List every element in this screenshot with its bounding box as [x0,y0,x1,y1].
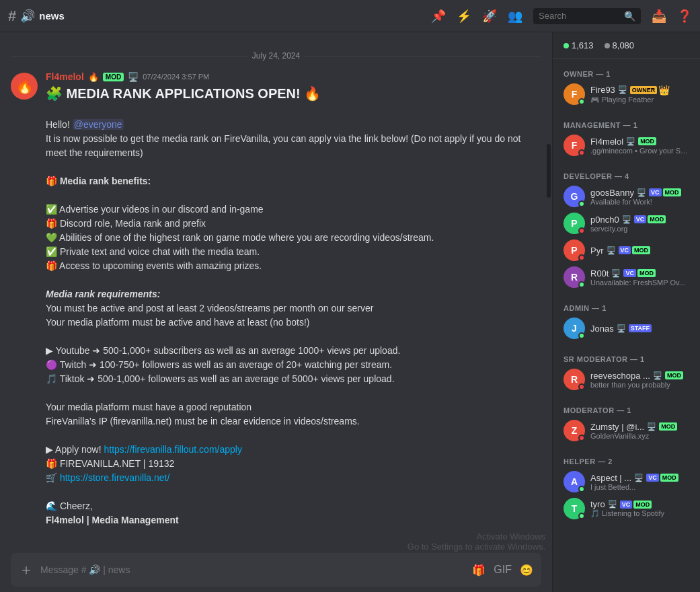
screen-icon: 🖥️ [634,474,644,482]
badges-row: VCMOD [646,474,678,482]
section-header: HELPER — 2 [558,452,695,468]
member-info: Fl4melol🖥️MOD.gg/minecom • Grow your Ser… [590,137,689,155]
message-input-bar: ＋ 🎁 GIF 😊 [11,553,541,587]
mod-badge: MOD [638,137,656,145]
search-input[interactable] [539,11,620,21]
apply-link[interactable]: https://firevanilla.fillout.com/apply [104,444,242,455]
member-info: Jonas🖥️STAFF [590,324,689,334]
member-item[interactable]: FFl4melol🖥️MOD.gg/minecom • Grow your Se… [558,132,695,159]
help-icon[interactable]: ❓ [677,9,692,24]
gift-icon[interactable]: 🎁 [472,564,485,577]
store-link[interactable]: https://store.firevanilla.net/ [60,472,169,483]
input-actions: 🎁 GIF 😊 [472,564,533,577]
mod-badge: MOD [665,371,683,379]
member-item[interactable]: JJonas🖥️STAFF [558,315,695,342]
emoji-icon[interactable]: 😊 [520,564,533,577]
badges-row: VCMOD [623,269,656,277]
inbox-icon[interactable]: 📥 [652,9,666,24]
member-info: Pyr🖥️VCMOD [590,246,689,256]
main-layout: July 24, 2024 🔥 Fl4melol 🔥 MOD 🖥️ 07/24/… [0,32,700,592]
member-name: Jonas🖥️STAFF [590,324,689,334]
member-sub-status: .gg/minecom • Grow your Ser... [590,147,689,155]
crown-icon: 👑 [658,85,670,96]
member-avatar: Z [563,420,585,441]
mod-badge: MOD [663,188,681,196]
author-avatar[interactable]: 🔥 [11,73,38,100]
status-dot [578,200,585,207]
screen-icon: 🖥️ [647,422,656,431]
pin-icon[interactable]: 📌 [431,9,446,24]
member-item[interactable]: FFire93🖥️OWNER👑🎮 Playing Feather [558,81,695,108]
member-info: Zumsty | @i...🖥️MODGoldenVanilla.xyz [590,422,689,440]
message-group: 🔥 Fl4melol 🔥 MOD 🖥️ 07/24/2024 3:57 PM 🧩… [0,69,552,530]
member-info: R00t🖥️VCMODUnavailable: FreshSMP Ov... [590,268,689,287]
member-item[interactable]: PPyr🖥️VCMOD [558,237,695,264]
member-name: Aspect | ...🖥️VCMOD [590,473,689,483]
member-name: Fl4melol🖥️MOD [590,137,689,147]
top-bar: # 🔊 news 📌 ⚡ 🚀 👥 🔍 📥 ❓ [0,0,700,32]
gif-icon[interactable]: GIF [494,564,512,577]
add-attachment-button[interactable]: ＋ [19,560,34,580]
fire-icon: 🔥 [88,72,99,82]
member-item[interactable]: Rreeveschopa ...🖥️MODbetter than you pro… [558,366,695,393]
badges-row: MOD [659,422,677,431]
section-header: MODERATOR — 1 [558,401,695,417]
badges-row: VCMOD [634,215,666,223]
screen-icon: 🖥️ [617,324,626,333]
member-item[interactable]: Pp0nch0🖥️VCMODservcity.org [558,210,695,237]
member-section: MODERATOR — 1ZZumsty | @i...🖥️MODGoldenV… [553,396,700,447]
member-section: MANAGEMENT — 1FFl4melol🖥️MOD.gg/minecom … [553,110,700,161]
status-dot [578,254,585,261]
member-name: reeveschopa ...🖥️MOD [590,371,689,381]
online-dot [563,43,569,48]
top-bar-actions: 📌 ⚡ 🚀 👥 🔍 📥 ❓ [431,8,692,24]
member-info: Aspect | ...🖥️VCMODI just Betted... [590,473,689,491]
member-name: tyro🖥️VCMOD [590,499,689,509]
member-section: SR MODERATOR — 1Rreeveschopa ...🖥️MODbet… [553,344,700,396]
date-divider: July 24, 2024 [11,51,541,61]
offline-number: 8,080 [613,40,635,50]
status-dot [578,149,585,156]
screen-icon: 🖥️ [653,371,662,380]
slash-icon[interactable]: ⚡ [457,9,471,24]
offline-dot [605,43,610,48]
member-sub-status: servcity.org [590,225,689,233]
member-sub-status: Available for Work! [590,198,689,206]
screen-icon: 🖥️ [608,500,617,509]
boost-icon[interactable]: 🚀 [482,9,497,24]
member-avatar: J [563,318,585,339]
right-sidebar: 1,613 8,080 OWNER — 1FFire93🖥️OWNER👑🎮 Pl… [552,32,700,592]
author-username[interactable]: Fl4melol [46,71,84,82]
member-avatar: G [563,186,585,207]
member-item[interactable]: AAspect | ...🖥️VCMODI just Betted... [558,468,695,495]
badges-row: VCMOD [649,188,681,196]
member-item[interactable]: Ttyro🖥️VCMOD🎵 Listening to Spotify [558,495,695,522]
member-item[interactable]: GgoosBanny🖥️VCMODAvailable for Work! [558,183,695,210]
search-bar[interactable]: 🔍 [533,8,641,24]
status-dot [578,332,585,339]
members-icon[interactable]: 👥 [508,9,522,24]
mod-badge: MOD [637,269,656,277]
date-divider-text: July 24, 2024 [252,51,300,61]
badges-row: VCMOD [620,501,652,509]
mod-badge: MOD [103,73,124,81]
mod-badge: MOD [659,422,677,431]
section-header: MANAGEMENT — 1 [558,116,695,132]
scroll-thumb[interactable] [547,144,551,198]
messages-container[interactable]: July 24, 2024 🔥 Fl4melol 🔥 MOD 🖥️ 07/24/… [0,32,552,548]
screen-icon: 🖥️ [637,188,646,197]
member-info: p0nch0🖥️VCMODservcity.org [590,215,689,233]
member-section: DEVELOPER — 4GgoosBanny🖥️VCMODAvailable … [553,161,700,293]
divider-line-left [11,56,247,57]
offline-count: 8,080 [605,40,635,50]
search-icon: 🔍 [624,11,635,22]
member-name: Zumsty | @i...🖥️MOD [590,422,689,432]
screen-icon: 🖥️ [618,85,627,94]
member-item[interactable]: RR00t🖥️VCMODUnavailable: FreshSMP Ov... [558,264,695,291]
section-header: SR MODERATOR — 1 [558,350,695,366]
message-input[interactable] [40,564,465,575]
message-header: Fl4melol 🔥 MOD 🖥️ 07/24/2024 3:57 PM [46,71,541,82]
screen-icon: 🖥️ [128,72,139,82]
channel-hash-icon: # [8,7,16,25]
member-item[interactable]: ZZumsty | @i...🖥️MODGoldenVanilla.xyz [558,417,695,444]
